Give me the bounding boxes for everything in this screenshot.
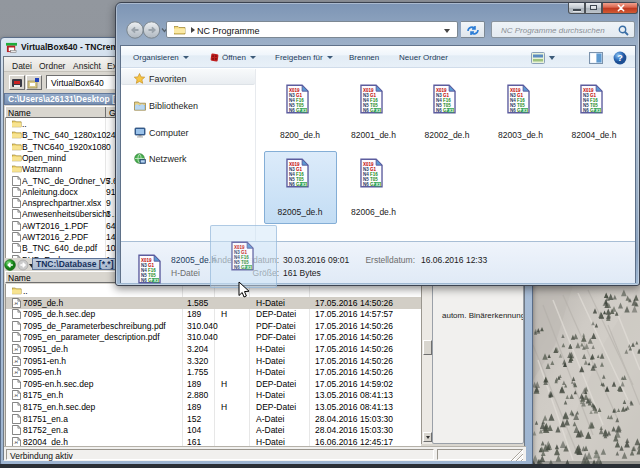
svg-text:.H: .H — [13, 300, 17, 305]
svg-text:?: ? — [617, 53, 623, 63]
svg-text:.H: .H — [13, 393, 17, 398]
svg-text:.H: .H — [13, 347, 17, 352]
svg-text:.H: .H — [13, 370, 17, 375]
svg-text:.H: .H — [13, 440, 17, 445]
svg-text:.H: .H — [13, 358, 17, 363]
